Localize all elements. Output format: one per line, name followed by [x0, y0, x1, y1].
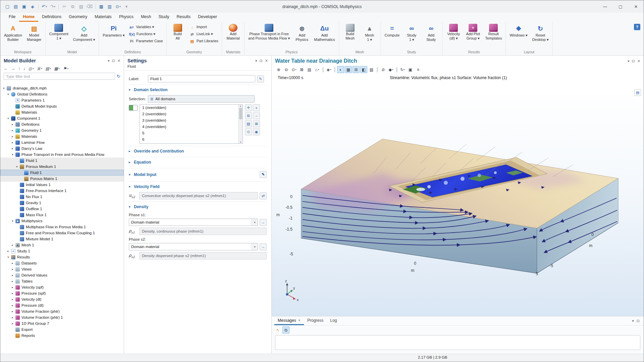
new-file-icon[interactable]: ▢ [4, 3, 11, 10]
redo-icon[interactable]: ↷ [49, 3, 56, 10]
camera-icon[interactable]: ▣ [407, 66, 414, 73]
update-plot-icon[interactable]: ↻ [399, 66, 406, 73]
panel-menu-icon[interactable]: ▾ [255, 59, 257, 63]
menu-tab-results[interactable]: Results [173, 13, 195, 22]
zoom-box-icon[interactable]: ⊙ [290, 66, 298, 73]
move-down-icon[interactable]: ↓ [23, 66, 25, 71]
save-as-icon[interactable]: ◈ [29, 3, 36, 10]
transparency-icon[interactable]: ▧ [368, 66, 375, 73]
matrix-icon[interactable]: ▥ [106, 3, 113, 10]
collapse-arrow-icon[interactable]: ▸ [10, 261, 15, 265]
tree-item-mass-flux-1[interactable]: Mass Flux 1 [0, 212, 124, 218]
tree-item-phase-transport-in-free-and-porous-media-flow[interactable]: ▾Phase Transport in Free and Porous Medi… [0, 152, 124, 158]
tree-item-geometry-1[interactable]: ▸Geometry 1 [0, 127, 124, 133]
tree-item-parameters-1[interactable]: πParameters 1 [0, 97, 124, 103]
tree-item-free-and-porous-media-flow-coupling-1[interactable]: Free and Porous Media Flow Coupling 1 [0, 230, 124, 236]
tree-item-results[interactable]: ▾Results [0, 254, 124, 260]
tree-item-mesh-1[interactable]: ▸▲Mesh 1 [0, 242, 124, 248]
label-input[interactable] [148, 75, 255, 82]
expand-icon[interactable]: ▦ [54, 66, 60, 71]
expand-arrow-icon[interactable]: ▾ [6, 117, 10, 120]
tree-item-gravity-1[interactable]: Gravity 1 [0, 200, 124, 206]
add-to-selection-icon[interactable]: + [253, 104, 260, 111]
variables-button[interactable]: a=Variables ▾ [127, 24, 165, 30]
close-tab-icon[interactable]: ✕ [298, 319, 301, 322]
tree-item-pressure-dl[interactable]: ▸Pressure (dl) [0, 302, 124, 308]
functions-button[interactable]: f(x)Functions ▾ [127, 31, 165, 37]
zoom-extents-icon[interactable]: ⊠ [298, 66, 305, 73]
component-1-button[interactable]: Component1 ▾ [47, 23, 70, 41]
menu-tab-geometry[interactable]: Geometry [65, 13, 91, 22]
show-grid-icon[interactable]: ⊞ [353, 66, 360, 73]
remove-from-selection-icon[interactable]: − [253, 112, 260, 119]
scroll-down-icon[interactable]: ▾ [240, 141, 241, 143]
panel-menu-icon[interactable]: ▾ [628, 59, 630, 63]
delete-icon[interactable]: ⌫ [86, 3, 93, 10]
build-mesh-button[interactable]: BuildMesh [341, 23, 360, 41]
panel-close-icon[interactable]: ✕ [265, 59, 268, 63]
collapse-arrow-icon[interactable]: ▸ [6, 249, 10, 253]
phase-s2-goto-icon[interactable]: → [260, 243, 267, 250]
tree-item-drainage-ditch-mph[interactable]: ▾drainage_ditch.mph [0, 85, 124, 91]
tree-item-free-porous-interface-1[interactable]: Free-Porous Interface 1 [0, 188, 124, 194]
node-order-icon[interactable]: ≣ [37, 66, 42, 71]
list-scrollbar[interactable]: ▴ ▾ [238, 105, 243, 143]
paste-icon[interactable]: ▨ [77, 3, 85, 10]
tree-item-fluid-1[interactable]: Fluid 1 [0, 158, 124, 164]
livelink-button[interactable]: ⇄LiveLink ▾ [188, 31, 220, 37]
tree-item-default-model-inputs[interactable]: Default Model Inputs [0, 103, 124, 109]
panel-float-icon[interactable]: ⊡ [112, 59, 115, 63]
tree-item-no-flux-1[interactable]: No Flux 1 [0, 194, 124, 200]
create-selection-icon[interactable]: ✛ [245, 104, 252, 111]
equation-section-header[interactable]: ▸ Equation [129, 157, 267, 166]
show-filter-icon[interactable]: ◎ [29, 66, 34, 71]
lock-view-icon[interactable]: ⊘ [380, 66, 387, 73]
show-selection-icon[interactable]: ◉ [253, 128, 260, 135]
tab-messages[interactable]: Messages ✕ [274, 316, 304, 325]
expand-arrow-icon[interactable]: ▾ [6, 255, 10, 259]
mesh-1-button[interactable]: ▲Mesh1 ▾ [360, 23, 379, 43]
collapse-arrow-icon[interactable]: ▸ [10, 298, 15, 301]
customize-toolbar-icon[interactable]: ▾ [123, 3, 130, 10]
expand-arrow-icon[interactable]: ▾ [10, 219, 15, 223]
tree-item-reports[interactable]: Reports [0, 333, 124, 339]
expand-arrow-icon[interactable]: ▾ [15, 165, 19, 168]
tree-item-1d-plot-group-7[interactable]: ▸1D Plot Group 7 [0, 320, 124, 326]
tree-item-velocity-dl[interactable]: ▸Velocity (dl) [0, 296, 124, 302]
domain-list-item[interactable]: 3 (overridden) [140, 117, 238, 124]
collapse-arrow-icon[interactable]: ▸ [10, 147, 15, 150]
windows-button[interactable]: ❖Windows ▾ [507, 23, 529, 38]
tree-item-fluid-1[interactable]: Fluid 1 [0, 170, 124, 176]
collapse-icon[interactable]: ▤ [45, 66, 51, 71]
build-all-button[interactable]: BuildAll [168, 23, 187, 41]
menu-tab-materials[interactable]: Materials [91, 13, 115, 22]
copy-icon[interactable]: ⧉ [69, 3, 76, 10]
velocity-dl-button[interactable]: Velocity(dl) ▾ [444, 23, 463, 41]
filter-input[interactable] [4, 73, 115, 80]
move-up-icon[interactable]: ↑ [18, 66, 20, 71]
tree-item-porous-matrix-1[interactable]: Porous Matrix 1 [0, 176, 124, 182]
tree-item-global-definitions[interactable]: ▾Global Definitions [0, 91, 124, 97]
domain-list-item[interactable]: 6 [140, 136, 238, 143]
parameter-case-button[interactable]: PiParameter Case [127, 38, 165, 44]
active-selection-toggle[interactable] [129, 105, 138, 111]
parameters-button[interactable]: PiParameters ▾ [101, 23, 126, 38]
add-mathematics-button[interactable]: ΔuAddMathematics [312, 23, 337, 43]
tree-item-component-1[interactable]: ▾Component 1 [0, 115, 124, 121]
panel-float-icon[interactable]: ⊡ [637, 319, 640, 323]
add-study-button[interactable]: ∞AddStudy [422, 23, 440, 43]
view-unlock-icon[interactable]: ◧ [360, 66, 367, 73]
tree-item-study-1[interactable]: ▸∞Study 1 [0, 248, 124, 254]
tag-icon[interactable]: ⚑ [63, 66, 69, 71]
copy-selection-icon[interactable]: ⧉ [245, 112, 252, 119]
model-input-section-header[interactable]: ▾ Model Input ✎ [129, 168, 267, 179]
material-rendering-icon[interactable]: ▦ [345, 66, 352, 73]
forward-icon[interactable]: → [11, 66, 15, 71]
override-section-header[interactable]: ▸ Override and Contribution [129, 146, 267, 155]
panel-menu-icon[interactable]: ▾ [108, 59, 110, 63]
refresh-icon[interactable]: ↻ [117, 74, 120, 79]
tree-item-initial-values-1[interactable]: Initial Values 1 [0, 182, 124, 188]
collapse-arrow-icon[interactable]: ▸ [10, 304, 15, 307]
add-physics-button[interactable]: ⊛AddPhysics [292, 23, 311, 43]
phase-s2-select[interactable]: Domain material ▾ [129, 243, 258, 250]
